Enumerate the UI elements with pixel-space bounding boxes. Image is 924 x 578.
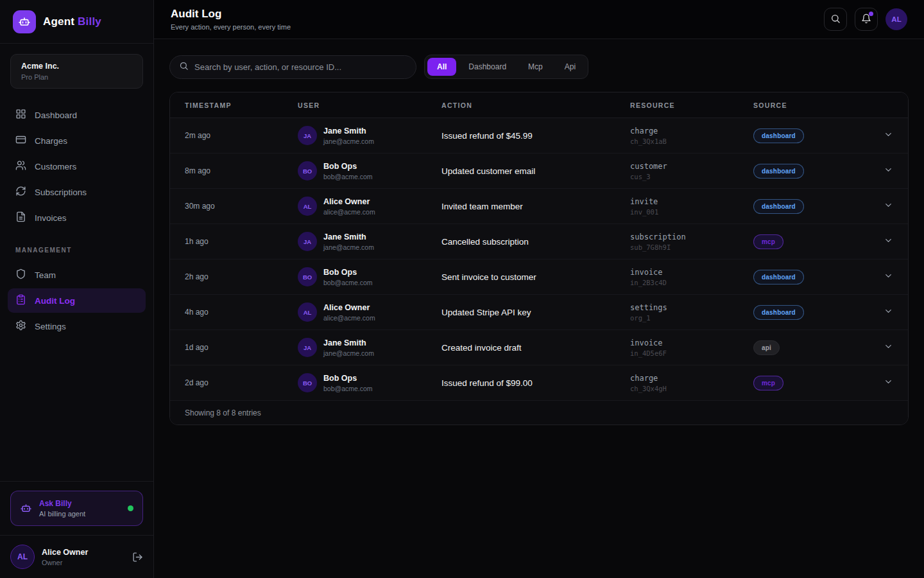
profile-name: Alice Owner xyxy=(42,548,88,557)
topbar-actions: AL xyxy=(824,8,907,31)
row-action: Issued refund of $99.00 xyxy=(441,378,630,388)
page-title: Audit Log xyxy=(171,8,291,21)
row-timestamp: 1h ago xyxy=(185,237,298,246)
row-source: dashboard xyxy=(753,199,869,214)
filter-dashboard[interactable]: Dashboard xyxy=(459,58,516,76)
table-row[interactable]: 4h ago AL Alice Owner alice@acme.com Upd… xyxy=(170,295,908,330)
sidebar-item-settings[interactable]: Settings xyxy=(8,314,146,338)
row-user-name: Bob Ops xyxy=(323,162,373,171)
chevron-down-icon xyxy=(884,306,893,319)
avatar: JA xyxy=(298,126,317,145)
row-user-name: Jane Smith xyxy=(323,127,374,136)
row-source: mcp xyxy=(753,234,869,249)
sidebar-item-subscriptions[interactable]: Subscriptions xyxy=(8,180,146,204)
robot-logo-icon xyxy=(13,10,36,33)
ask-billy-card[interactable]: Ask Billy AI billing agent xyxy=(10,491,143,526)
table-row[interactable]: 1h ago JA Jane Smith jane@acme.com Cance… xyxy=(170,224,908,259)
row-user-email: alice@acme.com xyxy=(323,208,375,216)
row-user: AL Alice Owner alice@acme.com xyxy=(298,302,441,322)
sidebar-item-customers[interactable]: Customers xyxy=(8,154,146,179)
ask-billy-section: Ask Billy AI billing agent xyxy=(0,481,153,526)
table-row[interactable]: 30m ago AL Alice Owner alice@acme.com In… xyxy=(170,189,908,224)
notifications-button[interactable] xyxy=(855,8,878,31)
avatar: BO xyxy=(298,373,317,392)
source-badge: dashboard xyxy=(753,270,804,285)
search-input[interactable] xyxy=(194,62,407,72)
row-user: JA Jane Smith jane@acme.com xyxy=(298,126,441,145)
search-button[interactable] xyxy=(824,8,847,31)
ask-billy-title: Ask Billy xyxy=(39,499,85,508)
row-timestamp: 1d ago xyxy=(185,343,298,352)
row-user-email: bob@acme.com xyxy=(323,279,373,286)
filter-mcp[interactable]: Mcp xyxy=(518,58,552,76)
row-user-text: Jane Smith jane@acme.com xyxy=(323,338,374,357)
avatar: AL xyxy=(298,302,317,322)
brand-name-primary: Agent xyxy=(43,15,74,28)
row-expand-button[interactable] xyxy=(869,342,908,354)
row-user-email: bob@acme.com xyxy=(323,173,373,180)
avatar: JA xyxy=(298,338,317,357)
chevron-down-icon xyxy=(884,200,893,213)
row-expand-button[interactable] xyxy=(869,200,908,213)
logout-icon[interactable] xyxy=(132,552,143,563)
table-row[interactable]: 2h ago BO Bob Ops bob@acme.com Sent invo… xyxy=(170,259,908,295)
sidebar-item-label: Customers xyxy=(35,162,76,171)
filter-api[interactable]: Api xyxy=(555,58,585,76)
sidebar-item-label: Dashboard xyxy=(35,110,77,120)
column-header-action: ACTION xyxy=(441,101,630,109)
grid-icon xyxy=(15,109,26,121)
row-resource-id: ch_3Qx1aB xyxy=(630,137,753,145)
row-action: Updated customer email xyxy=(441,166,630,176)
row-expand-button[interactable] xyxy=(869,306,908,319)
filter-all[interactable]: All xyxy=(427,58,456,76)
row-user-text: Bob Ops bob@acme.com xyxy=(323,162,373,180)
row-expand-button[interactable] xyxy=(869,377,908,389)
row-timestamp: 4h ago xyxy=(185,308,298,317)
table-row[interactable]: 2m ago JA Jane Smith jane@acme.com Issue… xyxy=(170,118,908,153)
chevron-down-icon xyxy=(884,271,893,283)
sidebar-item-charges[interactable]: Charges xyxy=(8,128,146,153)
row-user-text: Bob Ops bob@acme.com xyxy=(323,374,373,392)
sidebar-item-invoices[interactable]: Invoices xyxy=(8,206,146,230)
row-expand-button[interactable] xyxy=(869,130,908,142)
chevron-down-icon xyxy=(884,377,893,389)
online-status-dot xyxy=(128,505,133,511)
row-expand-button[interactable] xyxy=(869,165,908,177)
refresh-icon xyxy=(15,186,26,198)
gear-icon xyxy=(15,320,26,333)
row-user-name: Bob Ops xyxy=(323,374,373,383)
sidebar-item-audit-log[interactable]: Audit Log xyxy=(8,288,146,313)
search-icon xyxy=(179,61,189,73)
row-source: dashboard xyxy=(753,164,869,179)
source-badge: api xyxy=(753,340,780,355)
row-resource: charge ch_3Qx4gH xyxy=(630,374,753,392)
table-row[interactable]: 1d ago JA Jane Smith jane@acme.com Creat… xyxy=(170,330,908,365)
row-resource-type: charge xyxy=(630,127,753,136)
sidebar-item-team[interactable]: Team xyxy=(8,263,146,287)
table-row[interactable]: 8m ago BO Bob Ops bob@acme.com Updated c… xyxy=(170,153,908,189)
row-user-text: Bob Ops bob@acme.com xyxy=(323,268,373,286)
row-expand-button[interactable] xyxy=(869,271,908,283)
row-resource: settings org_1 xyxy=(630,303,753,322)
source-badge: dashboard xyxy=(753,164,804,179)
table-header-row: TIMESTAMP USER ACTION RESOURCE SOURCE xyxy=(170,92,908,118)
org-card[interactable]: Acme Inc. Pro Plan xyxy=(10,54,143,89)
shield-icon xyxy=(15,268,26,281)
row-expand-button[interactable] xyxy=(869,236,908,248)
row-resource-id: inv_001 xyxy=(630,208,753,216)
avatar: JA xyxy=(298,232,317,251)
table-row[interactable]: 2d ago BO Bob Ops bob@acme.com Issued re… xyxy=(170,365,908,401)
row-resource-id: in_4D5e6F xyxy=(630,349,753,357)
sidebar-bottom: Ask Billy AI billing agent AL Alice Owne… xyxy=(0,481,153,578)
avatar[interactable]: AL xyxy=(886,8,907,30)
profile-text: Alice Owner Owner xyxy=(42,548,88,566)
row-user: JA Jane Smith jane@acme.com xyxy=(298,338,441,357)
row-user-email: jane@acme.com xyxy=(323,349,374,357)
chevron-down-icon xyxy=(884,165,893,177)
sidebar-item-dashboard[interactable]: Dashboard xyxy=(8,103,146,127)
user-profile: AL Alice Owner Owner xyxy=(0,535,153,578)
clipboard-icon xyxy=(15,294,26,307)
row-action: Cancelled subscription xyxy=(441,237,630,247)
users-icon xyxy=(15,160,26,173)
chevron-down-icon xyxy=(884,342,893,354)
